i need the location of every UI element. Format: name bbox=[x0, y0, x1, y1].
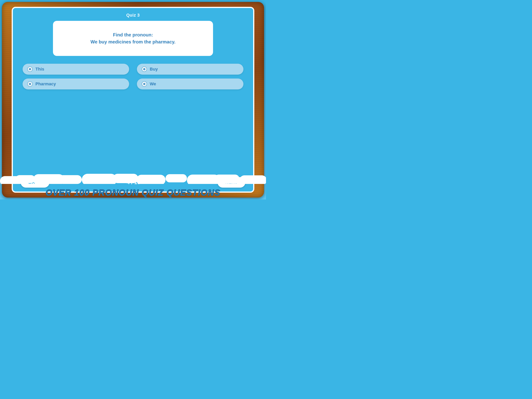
radio-pharmacy bbox=[27, 81, 33, 87]
cloud-2 bbox=[16, 175, 35, 183]
answers-grid: This Buy Pharmacy We bbox=[19, 64, 247, 90]
cloud-10 bbox=[214, 174, 240, 184]
radio-we bbox=[142, 81, 147, 87]
clouds-decoration bbox=[0, 172, 266, 184]
answer-option-pharmacy[interactable]: Pharmacy bbox=[23, 78, 129, 90]
content-area: Quiz 3 Find the pronoun:We buy medicines… bbox=[12, 7, 254, 193]
cloud-8 bbox=[165, 174, 187, 182]
answer-label-pharmacy: Pharmacy bbox=[35, 81, 56, 86]
answer-label-buy: Buy bbox=[150, 67, 158, 72]
cloud-5 bbox=[82, 174, 117, 184]
radio-dot-this bbox=[29, 68, 31, 70]
radio-buy bbox=[142, 66, 147, 72]
answer-option-buy[interactable]: Buy bbox=[137, 64, 243, 75]
answer-option-we[interactable]: We bbox=[137, 78, 243, 90]
radio-dot-we bbox=[143, 83, 146, 85]
answer-label-we: We bbox=[150, 81, 156, 86]
question-text: Find the pronoun:We buy medicines from t… bbox=[90, 31, 176, 45]
question-card: Find the pronoun:We buy medicines from t… bbox=[53, 21, 213, 56]
cloud-7 bbox=[136, 175, 165, 184]
quiz-title: Quiz 3 bbox=[126, 13, 140, 18]
radio-dot-buy bbox=[143, 68, 146, 70]
radio-dot-pharmacy bbox=[29, 83, 31, 85]
tagline: OVER 100 PRONOUN QUIZ QUESTIONS bbox=[0, 188, 266, 198]
answer-label-this: This bbox=[35, 67, 44, 72]
answer-option-this[interactable]: This bbox=[23, 64, 129, 75]
cloud-11 bbox=[240, 175, 266, 184]
radio-this bbox=[27, 66, 33, 72]
cloud-4 bbox=[58, 175, 82, 184]
cloud-6 bbox=[113, 174, 138, 183]
